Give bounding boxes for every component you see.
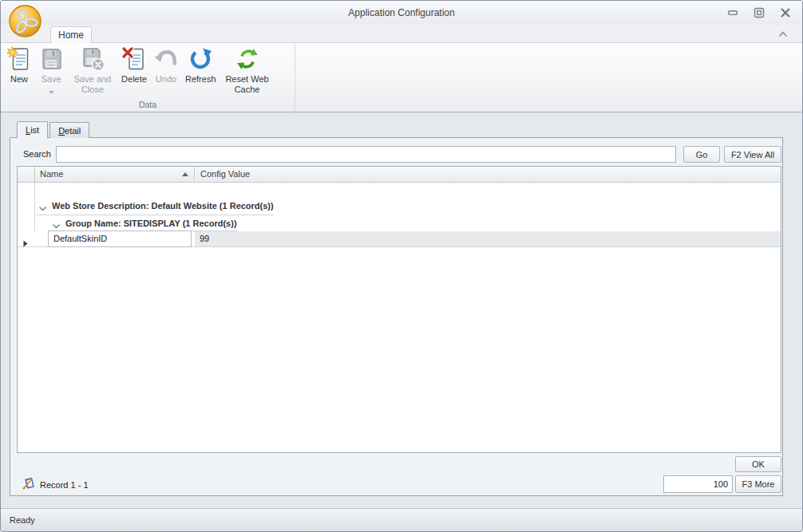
ribbon-buttons: New Save (1, 43, 295, 100)
grid-header: Name Config Value (18, 167, 781, 183)
close-icon (780, 7, 791, 18)
group-row-label: Web Store Description: Default Website (… (52, 201, 274, 211)
grid-spacer (18, 183, 781, 197)
status-text: Ready (10, 515, 35, 525)
config-grid: Name Config Value Web Store Descript (17, 166, 781, 453)
ribbon-tab-row: Home (1, 25, 802, 42)
ribbon-button-label: New (10, 74, 28, 85)
tab-list[interactable]: List (17, 121, 48, 138)
tab-detail[interactable]: Detail (49, 122, 89, 138)
minimize-button[interactable] (727, 7, 738, 18)
refresh-icon (188, 46, 213, 72)
window-controls (727, 7, 791, 18)
page-size-input[interactable] (663, 475, 733, 493)
group-row-web-store[interactable]: Web Store Description: Default Website (… (36, 197, 274, 215)
maximize-icon (754, 7, 765, 18)
more-button[interactable]: F3 More (735, 475, 781, 493)
column-header-name[interactable]: Name (35, 167, 195, 182)
save-and-close-button: Save and Close (67, 46, 118, 95)
search-input[interactable] (56, 146, 676, 163)
tab-home[interactable]: Home (50, 26, 92, 43)
view-all-button[interactable]: F2 View All (724, 146, 781, 163)
ribbon-button-label: Delete (121, 74, 147, 85)
maximize-button[interactable] (754, 7, 765, 18)
save-and-close-icon (80, 46, 105, 72)
ribbon: New Save (1, 42, 802, 112)
reset-web-cache-button[interactable]: Reset Web Cache (220, 46, 275, 95)
reset-web-cache-icon (235, 46, 260, 72)
cell-name[interactable]: DefaultSkinID (48, 231, 192, 247)
list-tab-page: Search Go F2 View All Name Config Value (10, 137, 783, 496)
table-row: DefaultSkinID 99 (18, 231, 781, 247)
save-dropdown-caret-icon (49, 86, 54, 89)
record-count-label: Record 1 - 1 (40, 480, 89, 490)
ribbon-button-label: Reset Web Cache (223, 74, 272, 95)
window-title: Application Configuration (348, 7, 454, 18)
column-header-config-value[interactable]: Config Value (195, 167, 781, 182)
undo-button: Undo (150, 46, 182, 85)
focused-row-arrow-icon (23, 236, 28, 243)
status-bar: Ready (1, 508, 802, 531)
delete-button[interactable]: Delete (118, 46, 150, 85)
close-button[interactable] (780, 7, 791, 18)
chevron-up-icon (777, 29, 789, 40)
application-menu-button[interactable] (8, 4, 42, 38)
collapse-chevron-icon (39, 203, 46, 208)
tab-list-label: ist (30, 125, 39, 135)
delete-icon (121, 46, 147, 72)
save-button: Save (35, 46, 67, 89)
ribbon-group-caption: Data (1, 100, 295, 112)
new-document-icon (6, 46, 32, 72)
group-row-sitedisplay[interactable]: Group Name: SITEDISPLAY (1 Record(s)) (49, 215, 237, 231)
tab-detail-hotkey: D (58, 126, 65, 136)
grid-body: Web Store Description: Default Website (… (18, 183, 781, 247)
application-window: Application Configuration (0, 0, 803, 532)
group-row-label: Group Name: SITEDISPLAY (1 Record(s)) (65, 219, 237, 228)
refresh-button[interactable]: Refresh (182, 46, 220, 85)
ribbon-button-label: Undo (156, 74, 176, 85)
ribbon-button-label: Refresh (185, 74, 216, 85)
ok-button[interactable]: OK (735, 456, 781, 472)
ribbon-button-label: Save and Close (70, 74, 115, 95)
tab-detail-label: etail (65, 126, 81, 136)
ribbon-group-data: New Save (1, 43, 295, 112)
page-tabs: List Detail (17, 121, 89, 138)
row-indicator-header (18, 167, 35, 182)
app-logo-icon (8, 4, 42, 38)
content-area: List Detail Search Go F2 View All Name (1, 112, 802, 508)
undo-icon (153, 46, 179, 72)
ribbon-collapse-button[interactable] (777, 29, 789, 40)
title-bar: Application Configuration (1, 1, 802, 25)
minimize-icon (727, 7, 738, 18)
column-header-name-label: Name (40, 169, 63, 179)
search-label: Search (23, 149, 51, 159)
new-button[interactable]: New (3, 46, 35, 85)
go-button[interactable]: Go (683, 146, 720, 163)
save-icon (38, 46, 64, 72)
ribbon-button-label: Save (41, 74, 61, 85)
cell-config-value[interactable]: 99 (195, 231, 781, 246)
sort-ascending-icon (182, 172, 188, 176)
collapse-chevron-icon (53, 221, 60, 226)
column-header-value-label: Config Value (200, 169, 250, 179)
record-book-icon (22, 477, 36, 491)
